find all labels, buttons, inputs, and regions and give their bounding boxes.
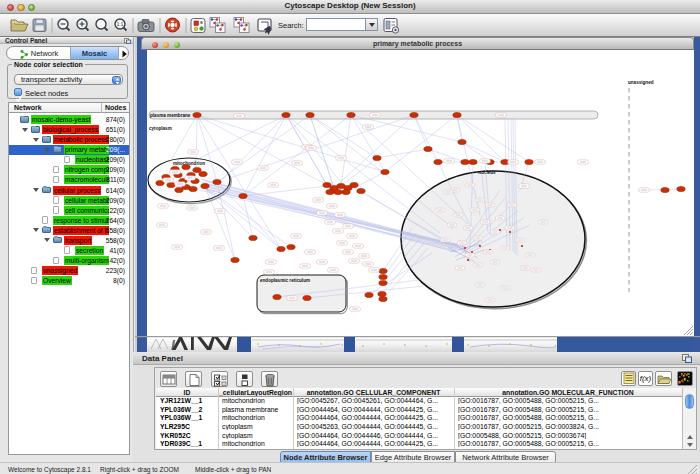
svg-text:unassigned: unassigned xyxy=(628,80,654,85)
svg-text:nucleus: nucleus xyxy=(478,170,496,175)
svg-text:endoplasmic reticulum: endoplasmic reticulum xyxy=(260,278,310,283)
svg-text:Search:: Search: xyxy=(278,21,304,30)
svg-text:plasma membrane: plasma membrane xyxy=(150,113,191,118)
svg-text:cytoplasm: cytoplasm xyxy=(149,126,172,131)
svg-text:1:1: 1:1 xyxy=(117,21,124,27)
